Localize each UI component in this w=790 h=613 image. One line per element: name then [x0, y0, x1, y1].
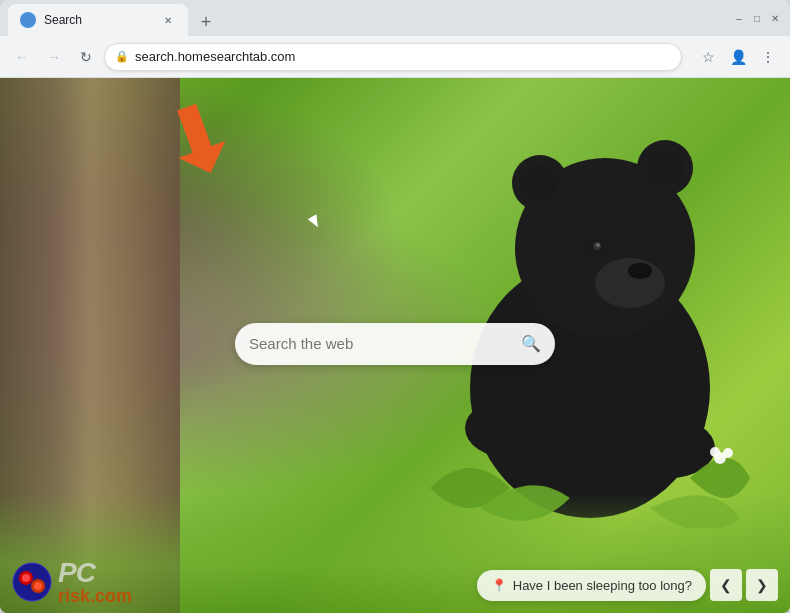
active-tab[interactable]: Search ✕	[8, 4, 188, 36]
tab-close-button[interactable]: ✕	[160, 12, 176, 28]
svg-point-15	[710, 447, 720, 457]
suggestion-pill[interactable]: 📍 Have I been sleeping too long?	[477, 570, 706, 601]
search-container: 🔍	[235, 322, 555, 364]
profile-button[interactable]: 👤	[724, 43, 752, 71]
svg-point-10	[647, 150, 683, 186]
pcrisk-domain-text: risk.com	[58, 587, 132, 605]
search-input[interactable]	[249, 335, 513, 352]
suggestion-next-button[interactable]: ❯	[746, 569, 778, 601]
lock-icon: 🔒	[115, 50, 129, 63]
close-button[interactable]: ✕	[768, 11, 782, 25]
arrow-annotation	[165, 98, 245, 178]
new-tab-button[interactable]: +	[192, 8, 220, 36]
svg-point-6	[596, 243, 600, 247]
location-icon: 📍	[491, 578, 507, 593]
toolbar-actions: ☆ 👤 ⋮	[694, 43, 782, 71]
svg-point-14	[723, 448, 733, 458]
forward-button[interactable]: →	[40, 43, 68, 71]
pcrisk-logo-text: PC	[58, 559, 132, 587]
address-bar[interactable]: 🔒 search.homesearchtab.com	[104, 43, 682, 71]
url-text: search.homesearchtab.com	[135, 49, 671, 64]
search-icon: 🔍	[521, 334, 541, 353]
search-bar: 🔍	[235, 322, 555, 364]
svg-point-2	[595, 258, 665, 308]
svg-point-8	[522, 165, 558, 201]
suggestion-prev-button[interactable]: ❮	[710, 569, 742, 601]
minimize-button[interactable]: –	[732, 11, 746, 25]
nav-bar: ← → ↻ 🔒 search.homesearchtab.com ☆ 👤 ⋮	[0, 36, 790, 78]
svg-point-22	[34, 582, 42, 590]
maximize-button[interactable]: □	[750, 11, 764, 25]
content-area: 🔍 PC risk.com 📍	[0, 78, 790, 613]
menu-button[interactable]: ⋮	[754, 43, 782, 71]
tab-bar: Search ✕ +	[8, 0, 732, 36]
tab-favicon-icon	[20, 12, 36, 28]
window-controls: – □ ✕	[732, 11, 782, 25]
bear-image	[430, 108, 750, 528]
svg-point-3	[628, 263, 652, 279]
svg-marker-17	[165, 99, 234, 178]
pcrisk-logo-icon	[12, 562, 52, 602]
bookmark-button[interactable]: ☆	[694, 43, 722, 71]
refresh-button[interactable]: ↻	[72, 43, 100, 71]
svg-point-18	[13, 563, 51, 601]
suggestion-bar: 📍 Have I been sleeping too long? ❮ ❯	[477, 569, 778, 601]
pcrisk-logo: PC risk.com	[12, 559, 132, 605]
suggestion-text: Have I been sleeping too long?	[513, 578, 692, 593]
mouse-cursor	[308, 214, 323, 229]
background-scene: 🔍 PC risk.com 📍	[0, 78, 790, 613]
browser-window: Search ✕ + – □ ✕ ← → ↻ 🔒 search.homesear…	[0, 0, 790, 613]
tab-title: Search	[44, 13, 152, 27]
title-bar: Search ✕ + – □ ✕	[0, 0, 790, 36]
svg-point-11	[465, 398, 555, 458]
back-button[interactable]: ←	[8, 43, 36, 71]
svg-point-21	[22, 574, 30, 582]
